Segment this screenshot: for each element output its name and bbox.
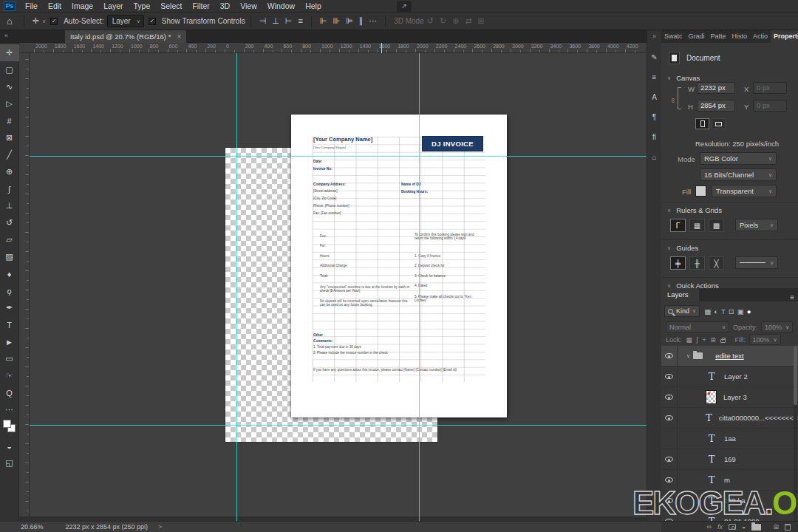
layer-name[interactable]: Layer 3: [723, 393, 747, 401]
delete-layer-icon[interactable]: [785, 524, 791, 531]
filter-adjustment-layers-icon[interactable]: ◐: [712, 307, 720, 316]
guide-style-dropdown[interactable]: ∨: [735, 256, 778, 269]
fill-color-swatch[interactable]: [695, 185, 706, 197]
toggle-rulers-icon[interactable]: Γ: [670, 219, 686, 232]
lock-artboard-icon[interactable]: ⊞: [709, 336, 716, 344]
lock-all-icon[interactable]: [720, 339, 726, 343]
layer-name[interactable]: 1aa: [724, 434, 736, 443]
tab-layers[interactable]: Layers: [661, 288, 699, 301]
visibility-cell[interactable]: [661, 366, 678, 387]
screen-mode[interactable]: ◱: [0, 454, 19, 471]
filter-shape-layers-icon[interactable]: ⊡: [727, 307, 736, 316]
tab-swatc[interactable]: Swatc: [661, 30, 686, 43]
menu-file[interactable]: File: [20, 0, 43, 13]
layer-row[interactable]: T169: [661, 449, 798, 470]
distribute-h-icon[interactable]: ∥: [356, 16, 366, 25]
distribute-bottom-icon[interactable]: ⊫: [343, 16, 356, 25]
eye-icon[interactable]: [665, 457, 673, 462]
panel-menu-icon[interactable]: ≡: [786, 293, 798, 301]
menu-help[interactable]: Help: [300, 0, 327, 13]
guide-vertical-2[interactable]: [419, 53, 420, 521]
character-panel-icon[interactable]: A: [652, 93, 657, 101]
status-chevron-icon[interactable]: >: [158, 523, 162, 531]
3d-roll-icon[interactable]: ↻: [437, 16, 449, 25]
horizontal-ruler[interactable]: 2000180016001400120010008006004002000200…: [19, 43, 647, 53]
layer-row[interactable]: Tcitta0000000...<<<<<<<<0 d: [661, 408, 798, 429]
eraser-tool[interactable]: ▱: [0, 231, 19, 248]
tab-histo[interactable]: Histo: [729, 30, 751, 43]
filter-smart-objects-icon[interactable]: ▣: [736, 307, 746, 316]
bit-depth-dropdown[interactable]: 16 Bits/Channel ∨: [700, 168, 777, 181]
glyphs-panel-icon[interactable]: ﬁ: [652, 133, 656, 141]
menu-type[interactable]: Type: [128, 0, 155, 13]
eye-icon[interactable]: [665, 415, 673, 420]
guide-horizontal-1[interactable]: [30, 156, 647, 157]
distribute-top-icon[interactable]: ⊩: [317, 16, 330, 25]
visibility-cell[interactable]: [661, 408, 678, 429]
shape-tool[interactable]: ▭: [0, 350, 19, 367]
layer-thumbnail[interactable]: [706, 390, 717, 404]
link-layers-icon[interactable]: ∞: [707, 523, 712, 531]
height-field[interactable]: 2854 px: [697, 100, 735, 112]
layer-style-icon[interactable]: fx: [717, 523, 723, 531]
visibility-cell[interactable]: [661, 449, 678, 470]
layer-row[interactable]: TLayer 2: [661, 366, 798, 387]
chevron-down-icon[interactable]: ∨: [42, 18, 46, 24]
layer-name[interactable]: Layer 2: [724, 372, 748, 381]
layer-row[interactable]: ∨edite text: [661, 346, 798, 366]
menu-edit[interactable]: Edit: [43, 0, 66, 13]
guide-horizontal-2[interactable]: [30, 425, 647, 426]
toggle-guides-icon[interactable]: ╪: [670, 256, 686, 270]
home-icon[interactable]: ⌂: [0, 16, 18, 27]
history-brush-tool[interactable]: ↺: [0, 214, 19, 231]
eyedropper-tool[interactable]: ╱: [0, 146, 19, 163]
guides-section-header[interactable]: ∨ Guides: [667, 244, 698, 252]
lock-transparency-icon[interactable]: ▦: [686, 336, 693, 344]
clone-stamp-tool[interactable]: ⊥: [0, 197, 19, 214]
visibility-cell[interactable]: [661, 429, 678, 449]
align-right-icon[interactable]: ⊢: [282, 16, 296, 25]
menu-select[interactable]: Select: [155, 0, 187, 13]
share-icon[interactable]: ↗: [397, 1, 412, 12]
collapse-panels-icon[interactable]: «: [4, 32, 7, 39]
tab-gradi[interactable]: Gradi: [686, 30, 708, 43]
clear-guides-icon[interactable]: ╳: [709, 256, 724, 270]
crop-tool[interactable]: #: [0, 112, 19, 129]
menu-layer[interactable]: Layer: [98, 0, 128, 13]
layer-name[interactable]: edite text: [715, 352, 744, 360]
show-transform-checkbox[interactable]: ✓: [149, 18, 156, 25]
libraries-panel-icon[interactable]: ⌂: [652, 153, 656, 161]
visibility-cell[interactable]: [661, 387, 678, 408]
layer-filter-kind-dropdown[interactable]: Kind ∨: [664, 305, 700, 317]
tab-actio[interactable]: Actio: [750, 30, 771, 43]
chevron-down-icon[interactable]: ∨: [686, 353, 690, 359]
status-zoom-value[interactable]: 20.66%: [21, 523, 44, 531]
close-icon[interactable]: ×: [177, 33, 181, 41]
orientation-portrait-button[interactable]: [695, 118, 709, 129]
dodge-tool[interactable]: ϙ: [0, 282, 19, 299]
expand-panels-icon[interactable]: »: [652, 33, 656, 40]
toggle-pixel-grid-icon[interactable]: ▩: [709, 219, 724, 232]
layer-mask-icon[interactable]: [729, 524, 736, 530]
align-center-h-icon[interactable]: ⊥: [269, 16, 282, 25]
invoice-page[interactable]: DJ INVOICE [Your Company Name][Your Comp…: [291, 115, 507, 417]
move-tool[interactable]: ✛: [0, 44, 19, 61]
tab-patte[interactable]: Patte: [708, 30, 729, 43]
toggle-grid-icon[interactable]: ▦: [689, 219, 705, 232]
opacity-dropdown[interactable]: 100% ∨: [761, 321, 793, 332]
notes-panel-icon[interactable]: ✎: [651, 53, 657, 61]
vertical-ruler[interactable]: [19, 53, 30, 521]
width-field[interactable]: 2232 px: [697, 82, 735, 94]
adjustment-layer-icon[interactable]: ◒: [742, 523, 746, 531]
lasso-tool[interactable]: ∿: [0, 78, 19, 95]
menu-window[interactable]: Window: [262, 0, 300, 13]
layer-row[interactable]: Layer 3: [661, 387, 798, 408]
brush-tool[interactable]: ʃ: [0, 180, 19, 197]
filter-pixel-layers-icon[interactable]: ▦: [703, 307, 712, 316]
zoom-tool[interactable]: Q: [0, 384, 19, 401]
mode-dropdown[interactable]: RGB Color ∨: [700, 152, 777, 165]
fill-dropdown[interactable]: Transparent ∨: [712, 185, 777, 197]
more-options-icon[interactable]: ⋯: [366, 16, 380, 26]
layer-name[interactable]: 169: [724, 455, 736, 463]
hand-tool[interactable]: ☞: [0, 367, 19, 384]
